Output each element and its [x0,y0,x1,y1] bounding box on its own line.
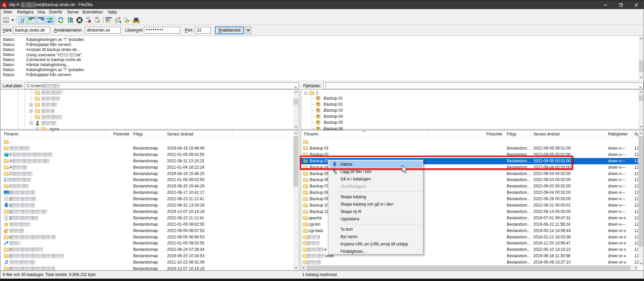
column-header-senast-andrad[interactable]: Senast ändrad [533,130,559,138]
file-row[interactable]: Bestandsmap2021-01-05 09:02:55 [0,221,293,228]
toggle-message-log-button[interactable] [18,16,27,24]
remote-tree-item[interactable]: .Backup.02 [323,102,343,107]
file-row[interactable]: ABestandsmap2022-08-11 13:15:23 [0,158,293,164]
menu-item-bokmrken[interactable]: Bokmärken [83,9,103,15]
local-list-scrollbar[interactable] [293,130,299,270]
column-separator[interactable] [605,131,605,137]
column-separator[interactable] [165,131,166,137]
scroll-up-button[interactable] [293,90,299,95]
scroll-up-button[interactable] [639,36,644,41]
menu-item-server[interactable]: Server [67,9,79,15]
menu-item-hjlp[interactable]: Hjälp [108,9,117,15]
scroll-thumb[interactable] [639,60,643,72]
column-separator[interactable] [232,131,233,137]
local-path-combobox[interactable]: C:\Users\ [25,82,299,89]
scroll-up-button[interactable] [638,130,644,136]
context-menu-item[interactable]: Skapa ny fil [329,208,422,215]
maximize-restore-button[interactable] [613,1,629,9]
file-row[interactable]: .. [0,139,293,145]
directory-comparison-button[interactable] [132,16,140,24]
password-input[interactable]: •••••••• [144,27,180,34]
column-header-filnamn[interactable]: Filnamn [4,130,18,138]
tree-expander[interactable] [30,122,33,125]
menu-item-visa[interactable]: Visa [37,9,45,15]
toggle-local-tree-button[interactable] [28,16,36,24]
scroll-up-button[interactable] [638,90,644,95]
scroll-down-button[interactable] [293,124,299,129]
file-row[interactable]: Bestandsmap2021-10-22 08:31:09 [0,259,293,266]
file-row[interactable]: Bestandsmap2022-08-17 10:41:17 [0,189,293,196]
filter-button[interactable] [105,16,112,24]
host-input[interactable]: backup.strato.de [13,27,50,34]
column-header-filnamn[interactable]: Filnamn [304,130,319,138]
column-header-filstorlek[interactable]: Filstorlek [476,130,502,138]
menu-item-verfr[interactable]: Överför [49,9,62,15]
scroll-down-button[interactable] [638,261,644,266]
process-queue-button[interactable] [66,16,74,24]
column-separator[interactable] [105,131,105,137]
file-row[interactable]: Bestandsmap2022-09-05 06:57:53 [0,228,293,234]
file-row[interactable]: Bestandsmap2021-01-05 09:02:55 [0,240,293,246]
scroll-up-button[interactable] [293,130,299,136]
scroll-thumb[interactable] [307,266,631,270]
file-row[interactable]: Bestandsmap2022-08-31 13:33:29 [0,202,293,209]
scroll-thumb[interactable] [293,99,298,105]
scroll-thumb[interactable] [293,136,298,186]
file-row[interactable]: Bestandsmap2022-08-23 11:12:41 [0,196,293,202]
file-row[interactable]: .Backup.01Bestandsm...2022-09-05 08:01:0… [301,145,638,152]
remote-list-scrollbar[interactable] [638,130,644,266]
reconnect-button[interactable] [94,16,101,24]
minimize-button[interactable] [598,1,613,9]
scroll-down-button[interactable] [293,265,299,270]
remote-tree-item[interactable]: .Backup.04 [323,114,343,119]
refresh-button[interactable] [57,16,64,24]
column-header-filtyp[interactable]: Filtyp [507,130,517,138]
synchronized-browsing-button[interactable] [123,16,131,24]
file-row[interactable]: CBestandsmap2019-08-20 15:44:26 [0,183,293,189]
remote-path-combobox[interactable]: / [323,82,644,89]
file-row[interactable]: CBestandsmap2019-08-19 15:46:20 [0,171,293,177]
column-header-filstorlek[interactable]: Filstorlek [103,130,129,138]
quickconnect-button[interactable]: Snabbanslut [215,26,244,34]
toggle-remote-tree-button[interactable] [37,16,45,24]
file-row[interactable]: Bestandsm...2019-05-09 13:27:10drwxr-xr-… [301,259,638,266]
tree-expander[interactable] [30,103,33,106]
file-row[interactable]: Bestandsmap2019-12-07 10:14:16 [0,209,293,215]
file-row[interactable]: Bestandsmap2022-08-23 11:12:41 [0,215,293,221]
combo-dropdown-icon[interactable] [639,84,642,89]
cancel-button[interactable] [76,16,83,24]
column-separator[interactable] [131,131,131,137]
remote-tree-root[interactable]: / [316,90,319,96]
scroll-down-button[interactable] [639,75,644,80]
local-tree-scrollbar[interactable] [293,90,299,129]
remote-tree-item[interactable]: .Backup.05 [323,120,343,125]
context-menu-item[interactable]: Gå in i katalogen [329,175,422,183]
column-separator[interactable] [632,131,633,137]
tree-expander[interactable] [304,92,307,95]
file-row[interactable]: Bestandsmap2019-08-19 15:46:49 [0,145,293,152]
column-separator[interactable] [505,131,505,137]
column-header-senast-andrad[interactable]: Senast ändrad [167,130,193,138]
scroll-left-button[interactable] [301,265,306,270]
column-header-rattigheter[interactable]: Rättigheter [608,130,628,138]
context-menu-item[interactable]: Visa/Redigera [329,183,422,190]
toggle-transfer-queue-button[interactable] [46,16,54,24]
context-menu-item[interactable]: Skapa katalog och gå in i den [329,201,422,208]
site-manager-button[interactable] [2,16,10,24]
menu-item-arkiv[interactable]: Arkiv [3,9,12,15]
tree-expander[interactable] [30,110,33,113]
remote-tree-item[interactable]: .Backup.01 [323,96,343,101]
quickconnect-dropdown-button[interactable] [245,26,251,34]
scroll-right-button[interactable] [633,265,638,270]
file-row[interactable]: ABestandsmap2021-01-04 16:22:24 [0,164,293,171]
context-menu-item[interactable]: Uppdatera [329,215,422,223]
combo-dropdown-icon[interactable] [294,84,297,89]
port-input[interactable]: 22 [195,27,211,34]
file-row[interactable]: 3Bestandsmap2021-01-05 09:02:55 [0,152,293,158]
column-separator[interactable] [531,131,531,137]
scroll-thumb[interactable] [639,136,643,247]
context-menu-item[interactable]: Kopiera URL:en (URL:erna) till urklipp [329,240,422,248]
context-menu-item[interactable]: Ta bort [329,226,422,233]
file-row[interactable]: .. [301,139,638,145]
scroll-thumb[interactable] [639,95,643,101]
